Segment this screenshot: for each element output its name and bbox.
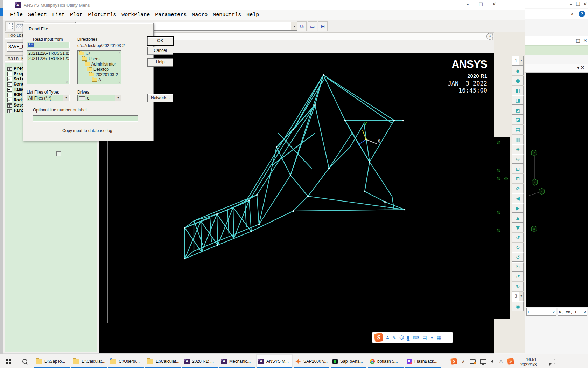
ok-button[interactable]: OK xyxy=(147,37,173,45)
file-list[interactable]: 20211226-TRUSS1.s2k20211226-TRUSS1.s2k xyxy=(27,50,70,84)
view-back[interactable]: ◨ xyxy=(512,95,524,105)
tree-item-icon[interactable] xyxy=(7,109,12,113)
bg-close-button[interactable]: ✕ xyxy=(582,1,588,7)
view-iso[interactable]: ◆ xyxy=(512,66,524,75)
task-folder-e-calculat-2[interactable]: E:\Calculat... xyxy=(145,354,181,368)
menu-item[interactable]: MenuCtrls xyxy=(213,12,241,18)
input-method-bar[interactable]: S A ✎ ☺ ⌨ ▤ ✦ ▦ xyxy=(372,332,453,343)
tree-item-icon[interactable] xyxy=(7,103,12,108)
task-ansys-multiphysics[interactable]: A ANSYS M... xyxy=(256,354,293,368)
task-folder-e-calculat-1[interactable]: E:\Calculat... xyxy=(71,354,107,368)
ime-panel-icon[interactable]: ▤ xyxy=(422,335,427,340)
command-dropdown-icon[interactable]: ▾ xyxy=(291,22,298,31)
pan-up[interactable]: ▲ xyxy=(512,213,524,223)
task-bbflash[interactable]: bbflash 5... xyxy=(368,354,404,368)
ime-mic-icon[interactable] xyxy=(407,336,410,340)
menu-item[interactable]: List xyxy=(52,12,65,18)
task-folder-d-sapto[interactable]: D:\SapTo... xyxy=(34,354,70,368)
directory-tree[interactable]: c:\ Users Administrator Desktop xyxy=(77,50,121,84)
help-button[interactable]: Help xyxy=(147,58,173,67)
save-db-button[interactable]: SAVE_DB xyxy=(7,42,24,52)
rotate-minus-y[interactable]: ↻ xyxy=(512,262,524,272)
close-button[interactable]: ✕ xyxy=(491,1,497,7)
ribbon-collapse-icon[interactable]: ∧ xyxy=(569,11,575,17)
view-top[interactable]: ▤ xyxy=(512,125,524,134)
view-front[interactable]: ◧ xyxy=(512,86,524,95)
bg-child-minimize-button[interactable]: – xyxy=(568,38,574,43)
task-sap2000[interactable]: SAP2000 v... xyxy=(293,354,330,368)
rotate-plus-y[interactable]: ↺ xyxy=(512,252,524,262)
task-saptoansys[interactable]: SapToAns... xyxy=(330,354,367,368)
ime-toolbox-icon[interactable]: ▦ xyxy=(437,335,441,340)
hidden-icons-chevron[interactable]: ∧ xyxy=(462,359,465,364)
read-input-field[interactable]: *.* xyxy=(27,42,70,48)
directory-item[interactable]: Desktop xyxy=(78,67,121,72)
pan-down[interactable]: ▼ xyxy=(512,223,524,232)
cancel-button[interactable]: Cancel xyxy=(147,47,173,55)
display-tray-icon[interactable] xyxy=(480,359,486,364)
zoom-in[interactable]: ⊕ xyxy=(512,144,524,154)
file-type-dropdown[interactable]: All Files (*.*) ▾ xyxy=(27,95,70,101)
pan-left[interactable]: ◀ xyxy=(512,193,524,203)
pan-right[interactable]: ▶ xyxy=(512,203,524,213)
raise-hidden-button[interactable]: ⧉ xyxy=(297,21,307,31)
rotate-minus-x[interactable]: ↻ xyxy=(512,243,524,252)
directory-item[interactable]: 20220103-2 xyxy=(78,72,121,77)
file-type-arrow-icon[interactable]: ▾ xyxy=(63,95,69,101)
directory-item[interactable]: A xyxy=(78,77,121,82)
bg-child-close-button[interactable]: ✕ xyxy=(582,38,588,43)
minimize-button[interactable]: – xyxy=(465,1,470,7)
zoom-back[interactable]: ⊘ xyxy=(512,184,524,193)
rotate-minus-z[interactable]: ↻ xyxy=(512,282,524,291)
maximize-button[interactable]: □ xyxy=(478,1,484,7)
rotate-plus-x[interactable]: ↺ xyxy=(512,233,524,242)
ime-lang-icon[interactable]: A xyxy=(386,335,389,340)
dynamic-mode[interactable]: ◉ xyxy=(512,301,524,311)
tree-item-icon[interactable] xyxy=(7,82,12,87)
window-select[interactable]: 1 ▾ xyxy=(512,56,524,66)
ansys-tray-icon[interactable]: A xyxy=(499,359,503,364)
task-mechanical-apdl[interactable]: A Mechanic... xyxy=(219,354,255,368)
taskbar-search-button[interactable] xyxy=(17,354,33,368)
reset-picking-button[interactable]: ▭ xyxy=(308,21,317,31)
help-icon[interactable]: ? xyxy=(579,11,585,17)
bg-child-maximize-button[interactable]: □ xyxy=(575,38,581,43)
file-list-item[interactable]: 20211226-TRUSS1.s2k xyxy=(27,56,69,61)
rotate-plus-z[interactable]: ↺ xyxy=(512,272,524,281)
action-center-icon[interactable] xyxy=(549,359,555,364)
ime-keyboard-icon[interactable]: ⌨ xyxy=(413,335,419,340)
menu-item[interactable]: Parameters xyxy=(155,12,187,18)
sogou-ime-tray-icon[interactable]: S xyxy=(507,358,514,365)
bg-units-combo-1[interactable]: L∨ xyxy=(526,308,556,316)
start-button[interactable] xyxy=(0,354,17,368)
view-oblique[interactable]: ● xyxy=(512,76,524,85)
ime-pen-icon[interactable]: ✎ xyxy=(392,335,396,340)
menu-item[interactable]: PlotCtrls xyxy=(88,12,116,18)
bg-toolbar-glyphs[interactable]: ▾ ✕ xyxy=(577,65,588,70)
tree-item-icon[interactable] xyxy=(7,67,12,71)
directory-item[interactable]: Users xyxy=(78,56,121,61)
new-file-button[interactable] xyxy=(5,21,15,31)
drives-arrow-icon[interactable]: ▾ xyxy=(115,95,121,101)
task-ansys-launcher[interactable]: A 2020 R1: ... xyxy=(182,354,218,368)
rate-select[interactable]: 3 ▾ xyxy=(512,292,524,301)
sogou-tray-icon[interactable]: S xyxy=(450,358,457,365)
bg-minimize-button[interactable]: – xyxy=(568,1,574,7)
menu-item[interactable]: Macro xyxy=(192,12,208,18)
view-left[interactable]: ◪ xyxy=(512,115,524,124)
menu-item[interactable]: Help xyxy=(246,12,259,18)
tree-item-icon[interactable] xyxy=(7,93,12,97)
ime-emoji-icon[interactable]: ☺ xyxy=(399,335,404,340)
tree-item-icon[interactable] xyxy=(7,72,12,76)
task-folder-c-users[interactable]: C:\Users\... xyxy=(108,354,144,368)
directory-item[interactable]: c:\ xyxy=(78,51,121,56)
menu-item[interactable]: Select xyxy=(28,12,47,18)
file-list-item[interactable]: 20211226-TRUSS1.s2k xyxy=(27,51,69,56)
tree-item-icon[interactable] xyxy=(7,77,12,81)
contact-manager-button[interactable]: ⊞ xyxy=(318,21,328,31)
task-flashback[interactable]: FlashBack... xyxy=(405,354,441,368)
menu-item[interactable]: WorkPlane xyxy=(121,12,150,18)
drives-dropdown[interactable]: c: ▾ xyxy=(77,95,121,101)
menu-item[interactable]: Plot xyxy=(70,12,83,18)
taskbar-clock[interactable]: 16:512022/1/3 xyxy=(520,355,537,368)
